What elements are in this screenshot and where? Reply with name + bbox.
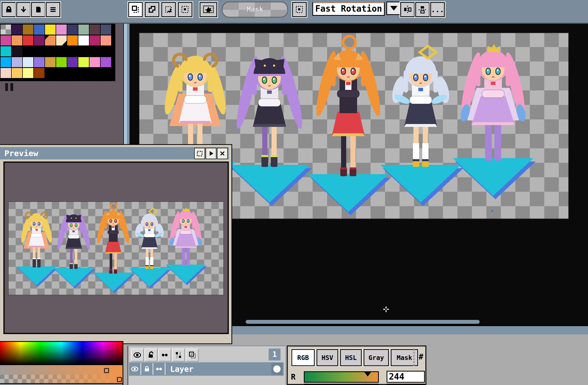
- palette-swatch[interactable]: [67, 68, 78, 78]
- tab-gray[interactable]: Gray: [364, 349, 389, 366]
- palette-swatch[interactable]: [78, 46, 89, 56]
- flip-vertical-icon: [418, 5, 427, 14]
- palette-swatch[interactable]: [12, 35, 22, 45]
- layer-copy-button[interactable]: [186, 349, 199, 361]
- paste-selection-icon: [164, 5, 173, 14]
- layer-row[interactable]: Layer: [129, 362, 284, 376]
- palette-swatch[interactable]: [1, 68, 11, 78]
- saturation-marker[interactable]: [104, 368, 109, 373]
- palette-swatch[interactable]: [78, 57, 89, 67]
- layer-row-visibility[interactable]: [129, 363, 141, 375]
- palette-swatch[interactable]: [101, 35, 111, 45]
- palette-swatch[interactable]: [12, 57, 22, 67]
- layer-visibility-button[interactable]: [131, 349, 144, 361]
- palette-swatch[interactable]: [45, 68, 56, 78]
- lock-button[interactable]: [2, 2, 16, 17]
- combo-dropdown-button[interactable]: [386, 2, 401, 15]
- palette-swatch[interactable]: [56, 68, 67, 78]
- more-button[interactable]: ...: [430, 2, 445, 17]
- color-select-button[interactable]: [200, 2, 217, 17]
- palette-swatch[interactable]: [67, 35, 78, 45]
- hue-field[interactable]: [0, 342, 123, 365]
- palette-swatch[interactable]: [78, 35, 89, 45]
- palette-swatch[interactable]: [34, 35, 44, 45]
- arrow-down-icon: [19, 5, 28, 14]
- palette-swatch[interactable]: [89, 57, 100, 67]
- marquee-select-button[interactable]: [128, 2, 143, 17]
- palette-swatch[interactable]: [67, 25, 78, 35]
- palette-swatch[interactable]: [34, 57, 44, 67]
- layer-dots-button[interactable]: [158, 349, 171, 361]
- palette-swatch[interactable]: [78, 25, 89, 35]
- layer-color-chip[interactable]: [271, 363, 283, 375]
- alpha-slider[interactable]: [0, 375, 123, 383]
- palette-swatch[interactable]: [89, 25, 100, 35]
- palette-swatch[interactable]: [56, 57, 67, 67]
- tab-rgb[interactable]: RGB: [291, 349, 315, 366]
- layer-name[interactable]: Layer: [165, 365, 271, 374]
- rotation-mode-combo[interactable]: Fast Rotation: [312, 2, 401, 15]
- palette-swatch[interactable]: [78, 68, 89, 78]
- alpha-marker[interactable]: [117, 377, 122, 382]
- selection-center-button[interactable]: [292, 2, 307, 17]
- palette-swatch[interactable]: [101, 68, 111, 78]
- layer-row-lock[interactable]: [141, 363, 153, 375]
- palette-swatch[interactable]: [56, 46, 67, 56]
- rotation-mode-value[interactable]: Fast Rotation: [312, 2, 385, 16]
- tab-hsv[interactable]: HSV: [316, 349, 338, 366]
- palette-swatch[interactable]: [45, 35, 56, 45]
- palette-swatch[interactable]: [1, 25, 11, 35]
- palette-swatch[interactable]: [12, 68, 22, 78]
- flip-horizontal-button[interactable]: [400, 2, 415, 17]
- palette-swatch[interactable]: [23, 57, 33, 67]
- center-selection-button[interactable]: [178, 2, 192, 17]
- palette-swatch[interactable]: [45, 57, 56, 67]
- palette-swatch[interactable]: [12, 25, 22, 35]
- channel-r-slider[interactable]: [304, 371, 379, 383]
- palette-swatch[interactable]: [12, 46, 22, 56]
- palette-swatch[interactable]: [101, 46, 111, 56]
- palette-swatch[interactable]: [67, 57, 78, 67]
- palette-swatch[interactable]: [89, 46, 100, 56]
- preview-resize-button[interactable]: [194, 148, 205, 159]
- palette-swatch[interactable]: [45, 25, 56, 35]
- palette-swatch[interactable]: [23, 25, 33, 35]
- palette-swatch[interactable]: [34, 46, 44, 56]
- slider-marker-icon[interactable]: [364, 372, 371, 376]
- palette-swatch[interactable]: [23, 46, 33, 56]
- palette-swatch[interactable]: [101, 57, 111, 67]
- palette-swatch[interactable]: [89, 35, 100, 45]
- palette-swatch[interactable]: [34, 68, 44, 78]
- palette-swatch[interactable]: [23, 35, 33, 45]
- mask-toggle[interactable]: Mask: [222, 2, 288, 18]
- color-picker-panel: [0, 341, 123, 385]
- palette-swatch[interactable]: [89, 68, 100, 78]
- palette-swatch[interactable]: [34, 25, 44, 35]
- layer-levels-button[interactable]: [172, 349, 185, 361]
- paste-selection-button[interactable]: [161, 2, 176, 17]
- palette-swatch[interactable]: [1, 35, 11, 45]
- tab-hsl[interactable]: HSL: [340, 349, 362, 366]
- polygon-select-button[interactable]: [145, 2, 159, 17]
- preview-close-button[interactable]: [217, 148, 228, 159]
- menu-button[interactable]: [46, 2, 60, 17]
- preview-titlebar[interactable]: Preview: [0, 147, 229, 159]
- frame-button[interactable]: [31, 2, 46, 17]
- flip-vertical-button[interactable]: [415, 2, 430, 17]
- horizontal-scrollbar-thumb[interactable]: [246, 320, 480, 324]
- palette-swatch[interactable]: [56, 25, 67, 35]
- palette-swatch[interactable]: [1, 46, 11, 56]
- palette-swatch[interactable]: [1, 57, 11, 67]
- hex-toggle[interactable]: #: [419, 352, 423, 361]
- palette-swatch[interactable]: [56, 35, 67, 45]
- layer-lock-button[interactable]: [145, 349, 157, 361]
- channel-r-value[interactable]: 244: [387, 371, 425, 383]
- palette-swatch[interactable]: [45, 46, 56, 56]
- palette-swatch[interactable]: [23, 68, 33, 78]
- layer-row-dots[interactable]: [153, 363, 165, 375]
- palette-swatch[interactable]: [101, 25, 111, 35]
- palette-swatch[interactable]: [67, 46, 78, 56]
- preview-play-button[interactable]: [206, 148, 216, 159]
- load-button[interactable]: [16, 2, 31, 17]
- dots-icon: [160, 351, 169, 359]
